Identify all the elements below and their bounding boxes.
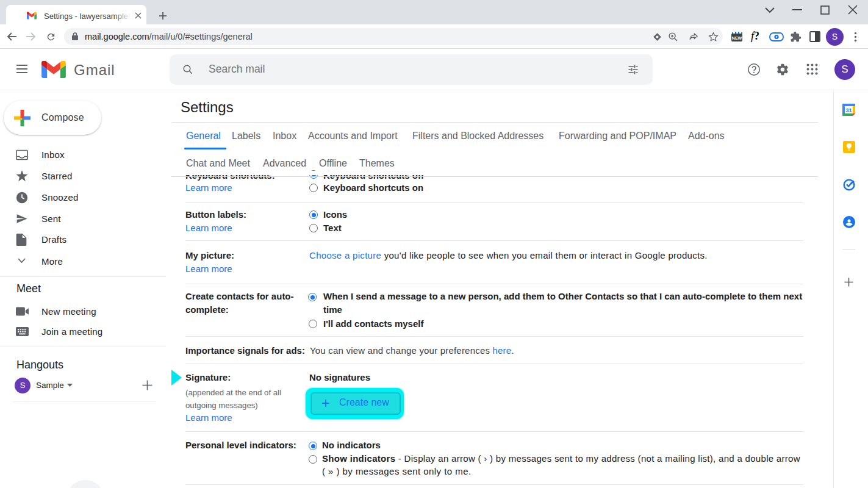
svg-text:31: 31 [845,107,852,113]
svg-text:NEW: NEW [732,36,742,40]
